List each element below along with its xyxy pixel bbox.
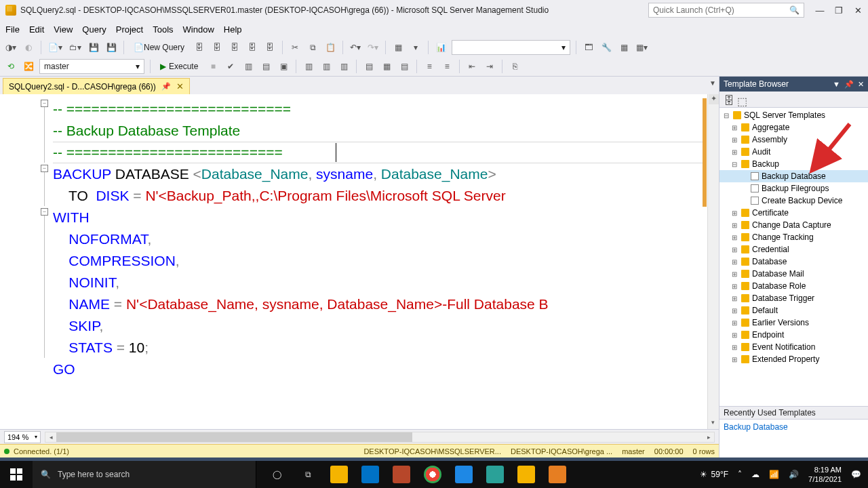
estimated-plan-icon[interactable]: ▥ bbox=[241, 59, 255, 74]
properties-icon[interactable]: ▦ bbox=[391, 40, 405, 55]
taskbar-search[interactable]: 🔍 Type here to search bbox=[33, 461, 256, 488]
copy-button[interactable]: ⧉ bbox=[306, 40, 319, 55]
query-options-icon[interactable]: ▤ bbox=[259, 59, 273, 74]
mdx-query-icon[interactable]: 🗄 bbox=[228, 40, 241, 55]
nav-fwd-button[interactable]: ◐ bbox=[22, 40, 35, 55]
live-stats-icon[interactable]: ▥ bbox=[319, 59, 333, 74]
fold-toggle[interactable]: − bbox=[41, 208, 48, 216]
as-query-icon[interactable]: 🗄 bbox=[210, 40, 224, 55]
tree-folder[interactable]: ⊞Database Mail bbox=[719, 268, 868, 280]
fold-toggle[interactable]: − bbox=[41, 100, 48, 107]
menu-file[interactable]: File bbox=[5, 24, 20, 35]
volume-icon[interactable]: 🔊 bbox=[789, 470, 799, 479]
code-editor[interactable]: − − − -- =========================== -- … bbox=[0, 94, 719, 429]
uncomment-icon[interactable]: ≡ bbox=[440, 59, 454, 74]
decrease-indent-icon[interactable]: ⇤ bbox=[465, 59, 479, 74]
db-engine-query-icon[interactable]: 🗄 bbox=[193, 40, 206, 55]
include-actual-plan-icon[interactable]: ▥ bbox=[302, 59, 315, 74]
weather-widget[interactable]: ☀59°F bbox=[700, 470, 728, 479]
new-query-button[interactable]: 📄 New Query bbox=[130, 40, 189, 55]
powerpoint-icon[interactable] bbox=[388, 461, 415, 488]
ssms-taskbar-icon[interactable] bbox=[513, 461, 540, 488]
results-to-file-icon[interactable]: ▤ bbox=[397, 59, 411, 74]
parse-button[interactable]: ✔ bbox=[224, 59, 237, 74]
tree-folder[interactable]: ⊞Aggregate bbox=[719, 121, 868, 134]
app-icon[interactable] bbox=[481, 461, 509, 488]
intellisense-icon[interactable]: ▣ bbox=[277, 59, 290, 74]
tree-folder[interactable]: ⊞Credential bbox=[719, 243, 868, 256]
tree-folder[interactable]: ⊞Event Notification bbox=[719, 341, 868, 353]
recent-template-link[interactable]: Backup Database bbox=[724, 422, 788, 432]
tree-folder[interactable]: ⊞Extended Property bbox=[719, 353, 868, 365]
menu-view[interactable]: View bbox=[54, 24, 73, 35]
activity-monitor-icon[interactable]: 📊 bbox=[434, 40, 448, 55]
menu-query[interactable]: Query bbox=[82, 24, 106, 35]
tree-folder[interactable]: ⊞Assembly bbox=[719, 134, 868, 146]
new-item-button[interactable]: 📄▾ bbox=[47, 40, 64, 55]
panel-close-icon[interactable]: ✕ bbox=[858, 80, 864, 89]
tree-item[interactable]: Backup Filegroups bbox=[719, 182, 868, 195]
vertical-scrollbar[interactable]: ⌃ ✦ ▾ bbox=[707, 94, 719, 429]
execute-button[interactable]: ▶ Execute bbox=[156, 59, 202, 74]
stop-button[interactable]: ■ bbox=[206, 59, 220, 74]
clock[interactable]: 8:19 AM7/18/2021 bbox=[808, 465, 842, 484]
save-button[interactable]: 💾 bbox=[87, 40, 100, 55]
tree-folder[interactable]: ⊞Change Data Capture bbox=[719, 219, 868, 231]
tree-item-backup-database[interactable]: Backup Database bbox=[719, 170, 868, 182]
tray-chevron-icon[interactable]: ˄ bbox=[738, 470, 742, 479]
menu-project[interactable]: Project bbox=[116, 24, 143, 35]
tree-item[interactable]: Create Backup Device bbox=[719, 195, 868, 207]
cut-button[interactable]: ✂ bbox=[288, 40, 302, 55]
dmx-query-icon[interactable]: 🗄 bbox=[245, 40, 259, 55]
template-tree[interactable]: ⊟SQL Server Templates ⊞Aggregate ⊞Assemb… bbox=[719, 108, 868, 406]
client-stats-icon[interactable]: ▥ bbox=[337, 59, 351, 74]
panel-menu-icon[interactable]: ▼ bbox=[833, 80, 840, 88]
dropdown-icon[interactable]: ▾ bbox=[409, 40, 422, 55]
close-button[interactable]: ✕ bbox=[853, 5, 863, 15]
tree-folder[interactable]: ⊞Change Tracking bbox=[719, 231, 868, 243]
task-view-icon[interactable]: ⧉ bbox=[294, 461, 321, 488]
menu-tools[interactable]: Tools bbox=[153, 24, 173, 35]
specify-values-icon[interactable]: ⎘ bbox=[508, 59, 521, 74]
onedrive-icon[interactable]: ☁ bbox=[751, 470, 760, 479]
registered-servers-icon[interactable]: 🔧 bbox=[599, 40, 613, 55]
paste-button[interactable]: 📋 bbox=[323, 40, 337, 55]
database-combo[interactable]: master▾ bbox=[39, 59, 144, 74]
menu-window[interactable]: Window bbox=[183, 24, 214, 35]
tree-folder-backup[interactable]: ⊟Backup bbox=[719, 158, 868, 170]
outlook-icon[interactable] bbox=[357, 461, 384, 488]
nav-back-button[interactable]: ◑▾ bbox=[4, 40, 18, 55]
horizontal-scrollbar[interactable]: ◂▸ bbox=[45, 432, 715, 443]
start-button[interactable] bbox=[0, 461, 33, 488]
maximize-button[interactable]: ❐ bbox=[834, 5, 844, 15]
wifi-icon[interactable]: 📶 bbox=[769, 470, 779, 479]
zoom-combo[interactable]: 194 %▾ bbox=[4, 431, 41, 443]
tree-folder[interactable]: ⊞Database Role bbox=[719, 280, 868, 292]
task-view-icon[interactable]: ◯ bbox=[263, 461, 290, 488]
menu-edit[interactable]: Edit bbox=[29, 24, 44, 35]
template-browser-icon[interactable]: ▦ bbox=[617, 40, 631, 55]
tree-root[interactable]: ⊟SQL Server Templates bbox=[719, 109, 868, 121]
change-connection-icon[interactable]: ⟲ bbox=[4, 59, 18, 74]
tree-folder[interactable]: ⊞Database Trigger bbox=[719, 292, 868, 304]
profiler-icon[interactable]: ▦▾ bbox=[635, 40, 649, 55]
mail-icon[interactable] bbox=[450, 461, 477, 488]
quick-launch-input[interactable]: Quick Launch (Ctrl+Q) 🔍 bbox=[648, 3, 804, 18]
explorer-icon[interactable] bbox=[326, 461, 353, 488]
as-templates-icon[interactable]: ⬚ bbox=[737, 95, 747, 104]
app-icon[interactable] bbox=[544, 461, 571, 488]
results-to-text-icon[interactable]: ▤ bbox=[362, 59, 376, 74]
open-item-button[interactable]: 🗀▾ bbox=[68, 40, 83, 55]
redo-button[interactable]: ↷▾ bbox=[366, 40, 380, 55]
notifications-icon[interactable]: 💬 bbox=[851, 470, 861, 479]
chrome-icon[interactable] bbox=[419, 461, 446, 488]
available-db-icon[interactable]: 🔀 bbox=[22, 59, 35, 74]
xmla-query-icon[interactable]: 🗄 bbox=[263, 40, 277, 55]
tree-folder[interactable]: ⊞Audit bbox=[719, 146, 868, 158]
increase-indent-icon[interactable]: ⇥ bbox=[483, 59, 496, 74]
menu-help[interactable]: Help bbox=[224, 24, 242, 35]
undo-button[interactable]: ↶▾ bbox=[349, 40, 362, 55]
pin-icon[interactable]: 📌 bbox=[161, 82, 171, 91]
tree-folder[interactable]: ⊞Default bbox=[719, 304, 868, 317]
object-explorer-icon[interactable]: 🗔 bbox=[582, 40, 595, 55]
